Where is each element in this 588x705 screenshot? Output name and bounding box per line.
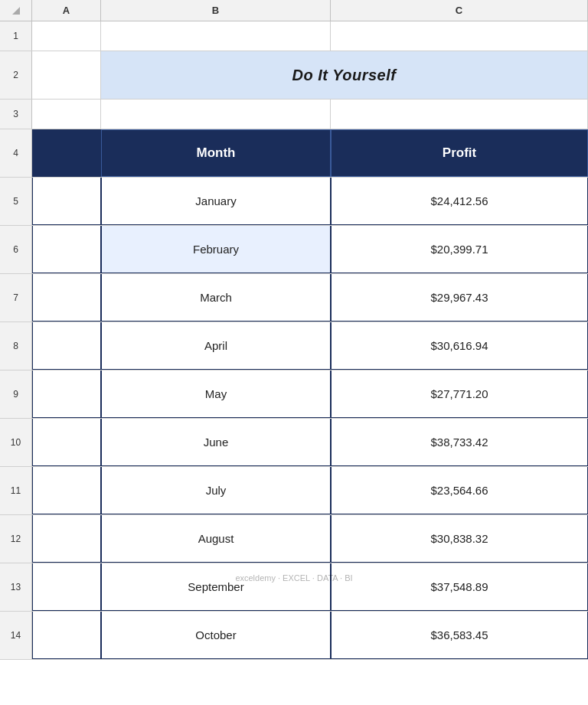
data-row-7: 7 March $29,967.43 <box>0 274 588 322</box>
cell-11-b-month[interactable]: July <box>101 467 331 514</box>
cell-3-a[interactable] <box>32 100 101 129</box>
cell-5-a[interactable] <box>32 178 101 225</box>
cell-10-b-month[interactable]: June <box>101 419 331 466</box>
cell-9-b-month[interactable]: May <box>101 370 331 418</box>
cell-1-b[interactable] <box>101 21 331 51</box>
row-3: 3 <box>0 100 588 129</box>
column-headers: A B C <box>0 0 588 21</box>
cell-7-a[interactable] <box>32 274 101 321</box>
cell-12-c-profit[interactable]: $30,838.32 <box>331 515 588 563</box>
cell-6-b-month[interactable]: February <box>101 226 331 273</box>
row-num-9: 9 <box>0 370 32 418</box>
col-header-b[interactable]: B <box>101 0 331 21</box>
row-num-1: 1 <box>0 21 32 51</box>
cell-6-c-profit[interactable]: $20,399.71 <box>331 226 588 273</box>
rows-container: 1 2 Do It Yourself 3 4 <box>0 21 588 705</box>
cell-14-a[interactable] <box>32 612 101 659</box>
row-2: 2 Do It Yourself <box>0 51 588 100</box>
data-row-5: 5 January $24,412.56 <box>0 178 588 226</box>
cell-8-a[interactable] <box>32 322 101 370</box>
cell-5-b-month[interactable]: January <box>101 178 331 225</box>
cell-6-a[interactable] <box>32 226 101 273</box>
cell-10-a[interactable] <box>32 419 101 466</box>
table-header-month[interactable]: Month <box>101 129 331 177</box>
cell-3-b[interactable] <box>101 100 331 129</box>
cell-13-b-month[interactable]: September <box>101 563 331 611</box>
row-num-11: 11 <box>0 467 32 514</box>
row-num-13: 13 <box>0 563 32 611</box>
cell-7-c-profit[interactable]: $29,967.43 <box>331 274 588 321</box>
cell-8-c-profit[interactable]: $30,616.94 <box>331 322 588 370</box>
row-num-12: 12 <box>0 515 32 563</box>
col-header-c[interactable]: C <box>331 0 588 21</box>
row-num-5: 5 <box>0 178 32 225</box>
cell-13-c-profit[interactable]: $37,548.89 <box>331 563 588 611</box>
spreadsheet: A B C 1 2 Do It Yourself 3 <box>0 0 588 705</box>
corner-header <box>0 0 32 21</box>
data-row-8: 8 April $30,616.94 <box>0 322 588 370</box>
data-row-14: 14 October $36,583.45 <box>0 612 588 660</box>
cell-9-a[interactable] <box>32 370 101 418</box>
cell-1-a[interactable] <box>32 21 101 51</box>
cell-13-a[interactable] <box>32 563 101 611</box>
cell-3-c[interactable] <box>331 100 588 129</box>
cell-10-c-profit[interactable]: $38,733.42 <box>331 419 588 466</box>
cell-2-a[interactable] <box>32 51 101 99</box>
row-num-6: 6 <box>0 226 32 273</box>
data-row-10: 10 June $38,733.42 <box>0 419 588 467</box>
row-1: 1 <box>0 21 588 51</box>
row-num-10: 10 <box>0 419 32 466</box>
data-row-11: 11 July $23,564.66 <box>0 467 588 515</box>
data-row-6: 6 February $20,399.71 <box>0 226 588 274</box>
row-num-2: 2 <box>0 51 32 99</box>
cell-11-a[interactable] <box>32 467 101 514</box>
cell-7-b-month[interactable]: March <box>101 274 331 321</box>
row-num-14: 14 <box>0 612 32 659</box>
row-num-8: 8 <box>0 322 32 370</box>
cell-11-c-profit[interactable]: $23,564.66 <box>331 467 588 514</box>
cell-1-c[interactable] <box>331 21 588 51</box>
cell-4-a[interactable] <box>32 129 101 177</box>
row-4-header: 4 Month Profit <box>0 129 588 178</box>
cell-9-c-profit[interactable]: $27,771.20 <box>331 370 588 418</box>
svg-marker-0 <box>12 7 20 15</box>
data-row-12: 12 August $30,838.32 <box>0 515 588 563</box>
title-cell[interactable]: Do It Yourself <box>101 51 588 99</box>
cell-14-c-profit[interactable]: $36,583.45 <box>331 612 588 659</box>
spreadsheet-container: A B C 1 2 Do It Yourself 3 <box>0 0 588 705</box>
row-num-4: 4 <box>0 129 32 177</box>
cell-5-c-profit[interactable]: $24,412.56 <box>331 178 588 225</box>
row-num-3: 3 <box>0 100 32 129</box>
table-header-profit[interactable]: Profit <box>331 129 588 177</box>
data-row-9: 9 May $27,771.20 <box>0 370 588 419</box>
col-header-a[interactable]: A <box>32 0 101 21</box>
data-row-13: 13 September $37,548.89 <box>0 563 588 612</box>
cell-12-a[interactable] <box>32 515 101 563</box>
cell-8-b-month[interactable]: April <box>101 322 331 370</box>
cell-14-b-month[interactable]: October <box>101 612 331 659</box>
cell-12-b-month[interactable]: August <box>101 515 331 563</box>
row-num-7: 7 <box>0 274 32 321</box>
